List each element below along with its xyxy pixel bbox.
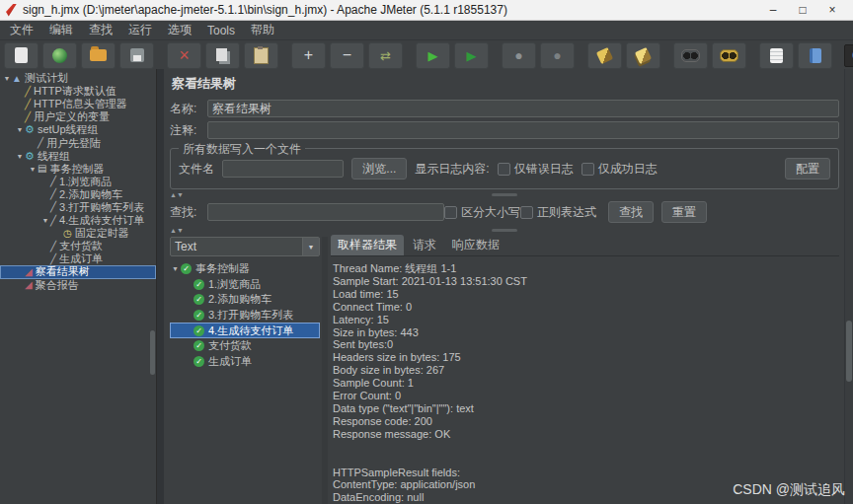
menu-item-2[interactable]: 查找 xyxy=(81,22,120,38)
expander-icon[interactable]: ▼ xyxy=(171,265,180,272)
menu-item-4[interactable]: 选项 xyxy=(160,22,199,38)
case-sensitive-checkbox[interactable] xyxy=(444,206,457,219)
tree-item[interactable]: ╱2.添加购物车 xyxy=(0,188,156,201)
collapse-all-button[interactable]: − xyxy=(330,42,364,69)
tree-item[interactable]: ╱3.打开购物车列表 xyxy=(0,201,156,214)
save-icon xyxy=(130,48,144,62)
tree-item[interactable]: ▼╱4.生成待支付订单 xyxy=(0,214,156,227)
splitter-handle[interactable] xyxy=(492,229,517,232)
result-tree-item[interactable]: ▼✓事务控制器 xyxy=(170,261,320,277)
result-tree-item[interactable]: ✓3.打开购物车列表 xyxy=(170,308,320,324)
tree-item[interactable]: ▼⚙setUp线程组 xyxy=(0,123,156,136)
search-button[interactable] xyxy=(673,42,708,69)
result-tree-item[interactable]: ✓2.添加购物车 xyxy=(170,292,320,308)
stop-button[interactable]: ● xyxy=(502,42,536,69)
tree-item[interactable]: ╱HTTP请求默认值 xyxy=(0,85,156,98)
start-no-pauses-button[interactable]: ▶ xyxy=(454,42,489,69)
expand-all-button[interactable]: + xyxy=(291,42,326,69)
plan-icon: ▲ xyxy=(12,74,22,84)
menu-item-6[interactable]: 帮助 xyxy=(243,22,282,38)
tab-0[interactable]: 取样器结果 xyxy=(331,235,404,255)
toolbar-separator xyxy=(407,43,412,68)
success-only-label: 仅成功日志 xyxy=(598,161,658,178)
panel-scrollbar[interactable] xyxy=(844,69,853,504)
clear-button[interactable] xyxy=(587,42,622,69)
tree-item[interactable]: ╱生成订单 xyxy=(0,252,156,265)
main-splitter[interactable] xyxy=(157,69,164,504)
cut-button[interactable]: × xyxy=(167,42,201,69)
result-tree-item[interactable]: ✓生成订单 xyxy=(170,354,320,370)
reset-button[interactable]: 重置 xyxy=(661,201,707,223)
success-check-icon: ✓ xyxy=(194,340,204,351)
expander-icon[interactable]: ▼ xyxy=(40,217,50,224)
maximize-button[interactable]: □ xyxy=(788,1,817,20)
help-button[interactable] xyxy=(798,42,832,69)
result-tree-item[interactable]: ✓4.生成待支付订单 xyxy=(170,323,320,338)
close-button[interactable]: × xyxy=(817,1,847,20)
vertical-splitter[interactable] xyxy=(322,237,328,504)
horizontal-splitter-top[interactable]: ▲▼ xyxy=(170,190,839,198)
result-tree-item[interactable]: ✓支付货款 xyxy=(170,338,320,354)
search-input[interactable] xyxy=(207,203,444,221)
toolbar-separator xyxy=(282,43,287,68)
menu-item-3[interactable]: 运行 xyxy=(120,22,160,38)
render-mode-select[interactable]: Text ▼ xyxy=(170,237,320,256)
minimize-button[interactable]: – xyxy=(758,1,788,20)
tree-item[interactable]: ▼▤事务控制器 xyxy=(0,163,156,176)
errors-only-option[interactable]: 仅错误日志 xyxy=(498,161,574,178)
open-button[interactable] xyxy=(81,42,116,69)
name-input[interactable]: 察看结果树 xyxy=(207,100,839,117)
toggle-button[interactable]: ⇄ xyxy=(368,42,403,69)
tree-item[interactable]: ◢聚合报告 xyxy=(0,279,156,292)
result-tree-item[interactable]: ✓1.浏览商品 xyxy=(170,277,320,293)
configure-button[interactable]: 配置 xyxy=(785,158,830,180)
menu-item-5[interactable]: Tools xyxy=(199,24,243,37)
tree-item[interactable]: ╱1.浏览商品 xyxy=(0,176,156,188)
success-only-option[interactable]: 仅成功日志 xyxy=(582,161,658,178)
tree-item[interactable]: ╱用户先登陆 xyxy=(0,136,156,149)
browse-button[interactable]: 浏览... xyxy=(351,158,407,180)
expander-icon[interactable]: ▼ xyxy=(15,153,25,160)
tree-item[interactable]: ◢察看结果树 xyxy=(0,265,156,278)
tree-item[interactable]: ▼▲测试计划 xyxy=(0,72,156,85)
menu-item-1[interactable]: 编辑 xyxy=(41,22,81,38)
find-button[interactable]: 查找 xyxy=(608,201,654,223)
tree-item[interactable]: ╱支付货款 xyxy=(0,240,156,252)
start-icon: ▶ xyxy=(428,49,438,62)
paste-button[interactable] xyxy=(244,42,278,69)
templates-button[interactable] xyxy=(42,42,77,69)
success-only-checkbox[interactable] xyxy=(582,163,594,176)
expander-icon[interactable]: ▼ xyxy=(15,126,25,133)
save-button[interactable] xyxy=(119,42,154,69)
clear-all-button[interactable] xyxy=(626,42,660,69)
filename-input[interactable] xyxy=(222,160,344,178)
splitter-arrows-icon[interactable]: ▲▼ xyxy=(170,191,184,198)
result-line: Sample Count: 1 xyxy=(333,377,837,390)
regex-option[interactable]: 正则表达式 xyxy=(520,204,596,221)
comment-input[interactable] xyxy=(207,121,839,139)
expander-icon[interactable]: ▼ xyxy=(2,75,12,82)
panel-scrollbar-thumb[interactable] xyxy=(846,321,852,382)
chevron-down-icon[interactable]: ▼ xyxy=(302,238,319,255)
tree-item[interactable]: ╱用户定义的变量 xyxy=(0,110,156,123)
function-helper-button[interactable] xyxy=(759,42,794,69)
tab-2[interactable]: 响应数据 xyxy=(445,235,506,255)
tree-item[interactable]: ◷固定定时器 xyxy=(0,227,156,240)
tree-scrollbar-thumb[interactable] xyxy=(150,330,155,375)
splitter-handle[interactable] xyxy=(492,193,517,196)
search-reset-button[interactable] xyxy=(712,42,746,69)
tree-item[interactable]: ╱HTTP信息头管理器 xyxy=(0,98,156,110)
regex-checkbox[interactable] xyxy=(520,206,533,219)
splitter-arrows-icon[interactable]: ▲▼ xyxy=(170,227,184,234)
menu-item-0[interactable]: 文件 xyxy=(2,22,41,38)
expander-icon[interactable]: ▼ xyxy=(28,166,38,173)
tab-1[interactable]: 请求 xyxy=(406,235,443,255)
tree-item[interactable]: ▼⚙线程组 xyxy=(0,150,156,163)
errors-only-checkbox[interactable] xyxy=(498,163,510,176)
case-sensitive-option[interactable]: 区分大小写 xyxy=(444,204,520,221)
horizontal-splitter-bottom[interactable]: ▲▼ xyxy=(170,226,839,234)
new-file-button[interactable] xyxy=(4,42,39,69)
shutdown-button[interactable]: ● xyxy=(540,42,575,69)
start-button[interactable]: ▶ xyxy=(416,42,450,69)
copy-button[interactable] xyxy=(205,42,240,69)
